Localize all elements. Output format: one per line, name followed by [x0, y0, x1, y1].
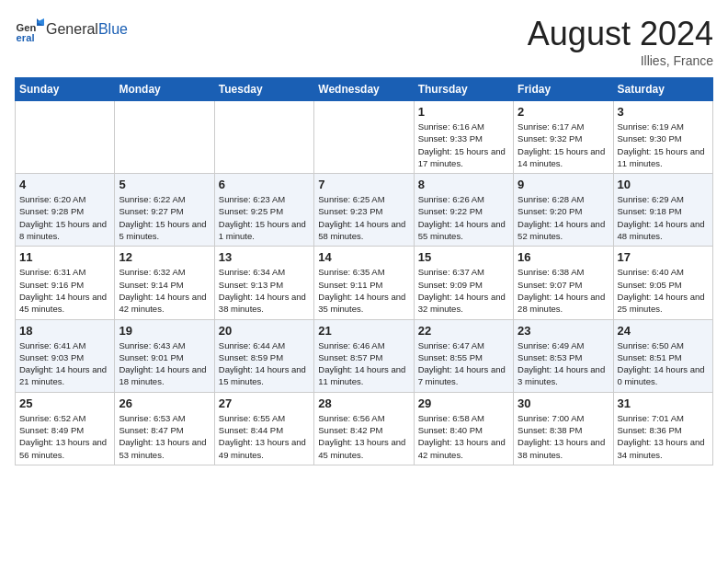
day-number: 22 — [418, 324, 509, 338]
calendar-day-cell: 6Sunrise: 6:23 AM Sunset: 9:25 PM Daylig… — [214, 174, 313, 247]
day-number: 14 — [318, 250, 409, 264]
calendar-day-cell: 13Sunrise: 6:34 AM Sunset: 9:13 PM Dayli… — [214, 247, 313, 319]
day-info: Sunrise: 6:16 AM Sunset: 9:33 PM Dayligh… — [418, 121, 509, 169]
day-info: Sunrise: 7:00 AM Sunset: 8:38 PM Dayligh… — [518, 412, 609, 461]
header-wednesday: Wednesday — [314, 78, 414, 101]
day-number: 31 — [618, 396, 709, 410]
calendar-day-cell: 11Sunrise: 6:31 AM Sunset: 9:16 PM Dayli… — [16, 247, 115, 319]
svg-text:eral: eral — [17, 32, 35, 43]
calendar-week-row: 25Sunrise: 6:52 AM Sunset: 8:49 PM Dayli… — [16, 392, 713, 465]
calendar-header: Sunday Monday Tuesday Wednesday Thursday… — [16, 78, 713, 101]
day-number: 19 — [119, 324, 210, 338]
day-info: Sunrise: 6:19 AM Sunset: 9:30 PM Dayligh… — [618, 121, 709, 169]
day-number: 2 — [518, 105, 609, 119]
calendar-day-cell: 25Sunrise: 6:52 AM Sunset: 8:49 PM Dayli… — [16, 392, 115, 465]
calendar-day-cell: 18Sunrise: 6:41 AM Sunset: 9:03 PM Dayli… — [16, 319, 115, 392]
logo-general-text: General — [46, 21, 98, 37]
days-of-week-row: Sunday Monday Tuesday Wednesday Thursday… — [16, 78, 713, 101]
header-thursday: Thursday — [414, 78, 513, 101]
day-info: Sunrise: 6:38 AM Sunset: 9:07 PM Dayligh… — [518, 266, 609, 315]
calendar-day-cell: 2Sunrise: 6:17 AM Sunset: 9:32 PM Daylig… — [514, 101, 613, 174]
calendar-day-cell: 1Sunrise: 6:16 AM Sunset: 9:33 PM Daylig… — [414, 101, 513, 174]
calendar-day-cell — [16, 101, 115, 174]
day-info: Sunrise: 6:34 AM Sunset: 9:13 PM Dayligh… — [219, 266, 310, 315]
day-info: Sunrise: 6:43 AM Sunset: 9:01 PM Dayligh… — [119, 339, 210, 388]
day-info: Sunrise: 6:17 AM Sunset: 9:32 PM Dayligh… — [518, 121, 609, 169]
logo: Gen eral GeneralBlue — [15, 15, 128, 44]
day-info: Sunrise: 6:32 AM Sunset: 9:14 PM Dayligh… — [119, 266, 210, 315]
calendar-day-cell: 23Sunrise: 6:49 AM Sunset: 8:53 PM Dayli… — [514, 319, 613, 392]
calendar-day-cell: 27Sunrise: 6:55 AM Sunset: 8:44 PM Dayli… — [214, 392, 313, 465]
month-year-title: August 2024 — [528, 15, 713, 53]
logo-icon: Gen eral — [15, 15, 44, 44]
day-number: 26 — [119, 396, 210, 410]
day-info: Sunrise: 6:56 AM Sunset: 8:42 PM Dayligh… — [318, 412, 409, 461]
day-info: Sunrise: 6:28 AM Sunset: 9:20 PM Dayligh… — [518, 193, 609, 242]
calendar-day-cell: 19Sunrise: 6:43 AM Sunset: 9:01 PM Dayli… — [115, 319, 214, 392]
calendar-week-row: 1Sunrise: 6:16 AM Sunset: 9:33 PM Daylig… — [16, 101, 713, 174]
day-number: 16 — [518, 250, 609, 264]
day-info: Sunrise: 6:35 AM Sunset: 9:11 PM Dayligh… — [318, 266, 409, 315]
calendar-day-cell: 31Sunrise: 7:01 AM Sunset: 8:36 PM Dayli… — [613, 392, 712, 465]
day-number: 8 — [418, 178, 509, 191]
day-info: Sunrise: 6:23 AM Sunset: 9:25 PM Dayligh… — [219, 193, 310, 242]
day-info: Sunrise: 6:26 AM Sunset: 9:22 PM Dayligh… — [418, 193, 509, 242]
day-number: 20 — [219, 324, 310, 338]
calendar-day-cell — [314, 101, 414, 174]
calendar-week-row: 18Sunrise: 6:41 AM Sunset: 9:03 PM Dayli… — [16, 319, 713, 392]
day-number: 24 — [618, 324, 709, 338]
day-info: Sunrise: 6:50 AM Sunset: 8:51 PM Dayligh… — [618, 339, 709, 388]
calendar-day-cell: 26Sunrise: 6:53 AM Sunset: 8:47 PM Dayli… — [115, 392, 214, 465]
day-info: Sunrise: 6:20 AM Sunset: 9:28 PM Dayligh… — [19, 193, 110, 242]
day-info: Sunrise: 6:52 AM Sunset: 8:49 PM Dayligh… — [19, 412, 110, 461]
calendar-day-cell: 5Sunrise: 6:22 AM Sunset: 9:27 PM Daylig… — [115, 174, 214, 247]
day-number: 29 — [418, 396, 509, 410]
day-info: Sunrise: 6:46 AM Sunset: 8:57 PM Dayligh… — [318, 339, 409, 388]
calendar-day-cell: 22Sunrise: 6:47 AM Sunset: 8:55 PM Dayli… — [414, 319, 513, 392]
calendar-day-cell: 21Sunrise: 6:46 AM Sunset: 8:57 PM Dayli… — [314, 319, 414, 392]
day-info: Sunrise: 6:55 AM Sunset: 8:44 PM Dayligh… — [219, 412, 310, 461]
calendar-day-cell: 29Sunrise: 6:58 AM Sunset: 8:40 PM Dayli… — [414, 392, 513, 465]
title-block: August 2024 Illies, France — [528, 15, 713, 68]
day-number: 4 — [19, 178, 110, 191]
day-number: 10 — [618, 178, 709, 191]
day-info: Sunrise: 6:53 AM Sunset: 8:47 PM Dayligh… — [119, 412, 210, 461]
day-info: Sunrise: 6:47 AM Sunset: 8:55 PM Dayligh… — [418, 339, 509, 388]
calendar-day-cell: 16Sunrise: 6:38 AM Sunset: 9:07 PM Dayli… — [514, 247, 613, 319]
day-info: Sunrise: 6:58 AM Sunset: 8:40 PM Dayligh… — [418, 412, 509, 461]
day-number: 27 — [219, 396, 310, 410]
calendar-day-cell: 15Sunrise: 6:37 AM Sunset: 9:09 PM Dayli… — [414, 247, 513, 319]
calendar-day-cell — [115, 101, 214, 174]
calendar-day-cell: 14Sunrise: 6:35 AM Sunset: 9:11 PM Dayli… — [314, 247, 414, 319]
calendar-day-cell: 8Sunrise: 6:26 AM Sunset: 9:22 PM Daylig… — [414, 174, 513, 247]
calendar-day-cell: 4Sunrise: 6:20 AM Sunset: 9:28 PM Daylig… — [16, 174, 115, 247]
day-number: 15 — [418, 250, 509, 264]
day-info: Sunrise: 6:22 AM Sunset: 9:27 PM Dayligh… — [119, 193, 210, 242]
day-number: 18 — [19, 324, 110, 338]
day-number: 3 — [618, 105, 709, 119]
day-number: 11 — [19, 250, 110, 264]
calendar-day-cell: 20Sunrise: 6:44 AM Sunset: 8:59 PM Dayli… — [214, 319, 313, 392]
day-info: Sunrise: 6:29 AM Sunset: 9:18 PM Dayligh… — [618, 193, 709, 242]
header-saturday: Saturday — [613, 78, 712, 101]
calendar-week-row: 11Sunrise: 6:31 AM Sunset: 9:16 PM Dayli… — [16, 247, 713, 319]
day-info: Sunrise: 6:25 AM Sunset: 9:23 PM Dayligh… — [318, 193, 409, 242]
calendar-day-cell: 17Sunrise: 6:40 AM Sunset: 9:05 PM Dayli… — [613, 247, 712, 319]
day-number: 5 — [119, 178, 210, 191]
calendar-day-cell: 7Sunrise: 6:25 AM Sunset: 9:23 PM Daylig… — [314, 174, 414, 247]
header-friday: Friday — [514, 78, 613, 101]
day-number: 6 — [219, 178, 310, 191]
day-number: 23 — [518, 324, 609, 338]
calendar-day-cell: 3Sunrise: 6:19 AM Sunset: 9:30 PM Daylig… — [613, 101, 712, 174]
day-number: 21 — [318, 324, 409, 338]
day-number: 9 — [518, 178, 609, 191]
calendar-table: Sunday Monday Tuesday Wednesday Thursday… — [15, 77, 713, 465]
day-info: Sunrise: 6:37 AM Sunset: 9:09 PM Dayligh… — [418, 266, 509, 315]
day-info: Sunrise: 6:41 AM Sunset: 9:03 PM Dayligh… — [19, 339, 110, 388]
day-number: 12 — [119, 250, 210, 264]
day-number: 25 — [19, 396, 110, 410]
calendar-day-cell — [214, 101, 313, 174]
day-info: Sunrise: 6:40 AM Sunset: 9:05 PM Dayligh… — [618, 266, 709, 315]
day-info: Sunrise: 6:31 AM Sunset: 9:16 PM Dayligh… — [19, 266, 110, 315]
calendar-day-cell: 28Sunrise: 6:56 AM Sunset: 8:42 PM Dayli… — [314, 392, 414, 465]
